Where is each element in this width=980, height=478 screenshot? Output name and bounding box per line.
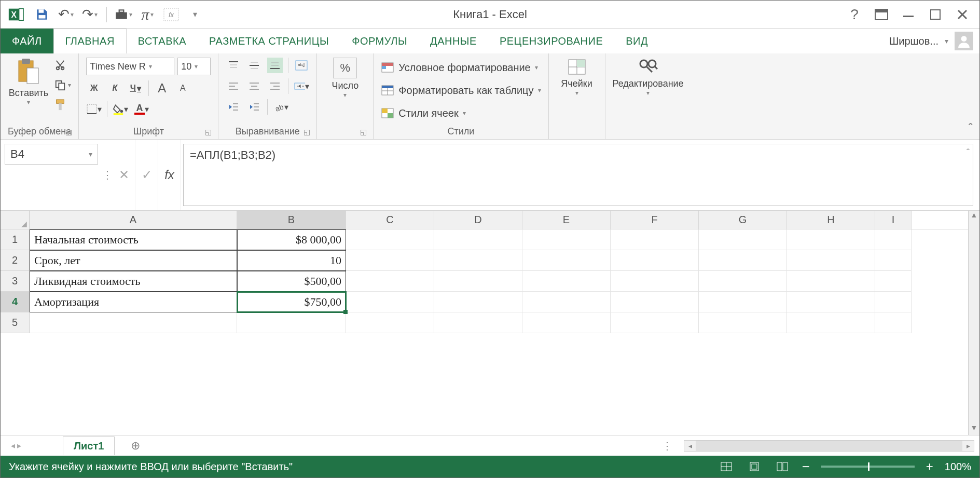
tab-file[interactable]: ФАЙЛ [1, 29, 53, 53]
cell-D3[interactable] [434, 271, 522, 292]
maximize-button[interactable] [927, 6, 944, 23]
enter-formula-button[interactable]: ✓ [135, 140, 158, 210]
column-header-A[interactable]: A [30, 211, 237, 229]
select-all-corner[interactable]: ◢ [1, 211, 30, 229]
sheet-bar-resize-icon[interactable]: ⋮ [662, 440, 672, 452]
cell-H3[interactable] [787, 271, 875, 292]
cell-F1[interactable] [611, 229, 699, 250]
cell-H2[interactable] [787, 250, 875, 271]
font-dialog-launcher-icon[interactable]: ◱ [205, 128, 212, 136]
cell-I1[interactable] [875, 229, 912, 250]
redo-button[interactable]: ↷ [79, 4, 100, 25]
tab-home[interactable]: ГЛАВНАЯ [53, 29, 127, 53]
add-sheet-button[interactable]: ⊕ [125, 439, 146, 453]
cell-I5[interactable] [875, 312, 912, 333]
save-icon[interactable] [32, 4, 52, 25]
tab-insert[interactable]: ВСТАВКА [127, 29, 198, 53]
italic-button[interactable]: К [107, 80, 122, 96]
cell-G2[interactable] [699, 250, 787, 271]
formula-expand-icon[interactable]: ˆ [967, 147, 970, 158]
cancel-formula-button[interactable]: ✕ [113, 140, 135, 210]
cell-G4[interactable] [699, 292, 787, 312]
scroll-down-icon[interactable]: ▼ [969, 424, 979, 435]
number-dropdown-icon[interactable]: ▾ [343, 91, 347, 99]
sheet-nav[interactable]: ◂ ▸ [1, 441, 32, 450]
cell-E2[interactable] [522, 250, 611, 271]
cell-A3[interactable]: Ликвидная стоимость [30, 271, 237, 292]
format-painter-button[interactable] [54, 97, 71, 113]
user-name[interactable]: Ширшов... [889, 35, 938, 47]
cell-H1[interactable] [787, 229, 875, 250]
cell-B4[interactable]: $750,00 [237, 292, 346, 312]
column-header-E[interactable]: E [522, 211, 611, 229]
column-header-D[interactable]: D [434, 211, 522, 229]
row-header-4[interactable]: 4 [1, 292, 30, 312]
borders-button[interactable]: ▾ [86, 101, 102, 117]
cell-I4[interactable] [875, 292, 912, 312]
cut-button[interactable] [54, 58, 71, 73]
formula-input[interactable]: =АПЛ(B1;B3;B2) ˆ [183, 144, 973, 206]
increase-indent-icon[interactable] [246, 99, 262, 115]
horizontal-scrollbar[interactable]: ◂ ▸ [684, 440, 974, 452]
tab-review[interactable]: РЕЦЕНЗИРОВАНИЕ [488, 29, 614, 53]
fill-color-button[interactable]: ▾ [113, 101, 128, 117]
copy-button[interactable]: ▾ [54, 77, 71, 93]
row-header-3[interactable]: 3 [1, 271, 30, 292]
orientation-button[interactable]: ab▾ [273, 99, 288, 115]
cell-D2[interactable] [434, 250, 522, 271]
cell-A2[interactable]: Срок, лет [30, 250, 237, 271]
cell-F3[interactable] [611, 271, 699, 292]
cell-F4[interactable] [611, 292, 699, 312]
grow-font-button[interactable]: A [154, 80, 170, 96]
qat-customize-icon[interactable]: ▾ [185, 4, 205, 25]
name-box-resize-icon[interactable]: ⋮ [102, 140, 113, 210]
undo-button[interactable]: ↶ [56, 4, 76, 25]
cell-E4[interactable] [522, 292, 611, 312]
cell-G5[interactable] [699, 312, 787, 333]
zoom-in-button[interactable]: + [926, 459, 933, 474]
bold-button[interactable]: Ж [86, 80, 102, 96]
align-center-icon[interactable] [246, 78, 262, 94]
page-break-view-icon[interactable] [774, 459, 791, 474]
sheet-tab-active[interactable]: Лист1 [63, 436, 115, 455]
scrollbar-thumb[interactable] [696, 441, 962, 451]
paste-dropdown-icon[interactable]: ▾ [27, 99, 30, 106]
collapse-ribbon-icon[interactable]: ˆ [969, 121, 972, 135]
column-header-F[interactable]: F [611, 211, 699, 229]
zoom-level[interactable]: 100% [945, 461, 971, 473]
cells-dropdown-icon[interactable]: ▾ [575, 89, 578, 97]
cell-F5[interactable] [611, 312, 699, 333]
cell-B3[interactable]: $500,00 [237, 271, 346, 292]
close-button[interactable] [954, 6, 971, 23]
cell-A4[interactable]: Амортизация [30, 292, 237, 312]
row-header-1[interactable]: 1 [1, 229, 30, 250]
zoom-slider[interactable] [821, 466, 915, 468]
scroll-up-icon[interactable]: ▲ [969, 211, 979, 222]
cell-F2[interactable] [611, 250, 699, 271]
align-left-icon[interactable] [226, 78, 241, 94]
user-avatar-icon[interactable] [955, 32, 973, 50]
cell-styles-button[interactable]: Стили ячеек▾ [381, 103, 465, 123]
conditional-formatting-button[interactable]: Условное форматирование▾ [381, 58, 537, 77]
cell-C5[interactable] [346, 312, 434, 333]
row-header-2[interactable]: 2 [1, 250, 30, 271]
minimize-button[interactable] [900, 6, 917, 23]
cell-D4[interactable] [434, 292, 522, 312]
name-box[interactable]: B4▾ [5, 144, 98, 165]
column-header-C[interactable]: C [346, 211, 434, 229]
wrap-text-button[interactable]: ab [294, 58, 309, 73]
clipboard-dialog-launcher-icon[interactable]: ◱ [65, 128, 72, 136]
row-header-5[interactable]: 5 [1, 312, 30, 333]
align-right-icon[interactable] [267, 78, 283, 94]
tab-view[interactable]: ВИД [614, 29, 659, 53]
paste-button[interactable]: Вставить ▾ [8, 58, 49, 106]
cell-D5[interactable] [434, 312, 522, 333]
scroll-left-icon[interactable]: ◂ [684, 442, 696, 450]
cell-E5[interactable] [522, 312, 611, 333]
alignment-dialog-launcher-icon[interactable]: ◱ [303, 128, 310, 136]
align-bottom-icon[interactable] [267, 58, 283, 73]
cell-G1[interactable] [699, 229, 787, 250]
cell-H5[interactable] [787, 312, 875, 333]
ribbon-display-options-icon[interactable] [873, 6, 890, 23]
cell-C3[interactable] [346, 271, 434, 292]
